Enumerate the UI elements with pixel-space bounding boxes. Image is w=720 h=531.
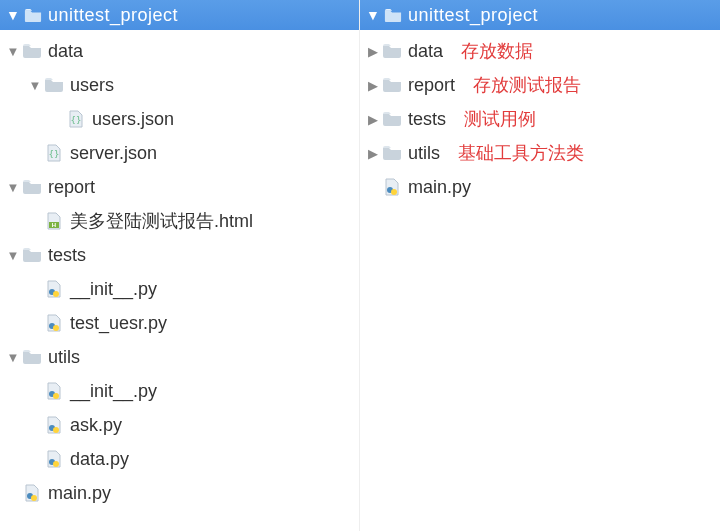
item-label: report xyxy=(408,75,455,96)
folder-icon xyxy=(384,8,402,22)
svg-point-11 xyxy=(53,427,59,433)
item-label: data.py xyxy=(70,449,129,470)
folder-icon xyxy=(44,76,64,94)
item-annotation: 存放测试报告 xyxy=(473,73,581,97)
folder-icon xyxy=(382,76,402,94)
left-panel: ▼ unittest_project ▼data▼users{}users.js… xyxy=(0,0,360,531)
python-icon xyxy=(44,280,64,298)
tree-item[interactable]: H美多登陆测试报告.html xyxy=(0,204,359,238)
tree-item[interactable]: ▼utils xyxy=(0,340,359,374)
expand-arrow-icon: ▼ xyxy=(4,7,22,23)
right-panel: ▼ unittest_project ▶data存放数据▶report存放测试报… xyxy=(360,0,720,531)
item-label: 美多登陆测试报告.html xyxy=(70,209,253,233)
folder-icon xyxy=(382,144,402,162)
svg-text:H: H xyxy=(52,222,56,228)
chevron-down-icon[interactable]: ▼ xyxy=(4,44,22,59)
python-icon xyxy=(44,416,64,434)
tree-item[interactable]: ▶tests测试用例 xyxy=(360,102,720,136)
item-annotation: 基础工具方法类 xyxy=(458,141,584,165)
tree-item[interactable]: __init__.py xyxy=(0,272,359,306)
tree-item[interactable]: ▼data xyxy=(0,34,359,68)
tree-item[interactable]: main.py xyxy=(0,476,359,510)
tree-item[interactable]: ▶data存放数据 xyxy=(360,34,720,68)
folder-icon xyxy=(22,42,42,60)
html-icon: H xyxy=(44,212,64,230)
tree-item[interactable]: ▶utils基础工具方法类 xyxy=(360,136,720,170)
item-annotation: 测试用例 xyxy=(464,107,536,131)
svg-text:{}: {} xyxy=(49,149,60,159)
item-label: report xyxy=(48,177,95,198)
svg-point-13 xyxy=(53,461,59,467)
folder-icon xyxy=(382,42,402,60)
project-title: unittest_project xyxy=(48,5,178,26)
svg-point-15 xyxy=(31,495,37,501)
python-icon xyxy=(44,314,64,332)
chevron-down-icon[interactable]: ▼ xyxy=(4,180,22,195)
tree-item[interactable]: main.py xyxy=(360,170,720,204)
tree-item[interactable]: data.py xyxy=(0,442,359,476)
left-header[interactable]: ▼ unittest_project xyxy=(0,0,359,30)
item-label: __init__.py xyxy=(70,381,157,402)
folder-icon xyxy=(22,246,42,264)
right-header[interactable]: ▼ unittest_project xyxy=(360,0,720,30)
tree-item[interactable]: {}users.json xyxy=(0,102,359,136)
item-label: utils xyxy=(408,143,440,164)
chevron-down-icon[interactable]: ▼ xyxy=(4,350,22,365)
json-icon: {} xyxy=(66,110,86,128)
svg-point-7 xyxy=(53,325,59,331)
tree-item[interactable]: test_uesr.py xyxy=(0,306,359,340)
item-label: users xyxy=(70,75,114,96)
tree-item[interactable]: ask.py xyxy=(0,408,359,442)
folder-icon xyxy=(22,178,42,196)
folder-icon xyxy=(22,348,42,366)
tree-item[interactable]: ▼users xyxy=(0,68,359,102)
left-tree: ▼data▼users{}users.json{}server.json▼rep… xyxy=(0,30,359,514)
svg-text:{}: {} xyxy=(71,115,82,125)
item-label: server.json xyxy=(70,143,157,164)
chevron-down-icon[interactable]: ▼ xyxy=(26,78,44,93)
chevron-right-icon[interactable]: ▶ xyxy=(364,112,382,127)
tree-item[interactable]: __init__.py xyxy=(0,374,359,408)
python-icon xyxy=(44,382,64,400)
folder-icon xyxy=(382,110,402,128)
tree-item[interactable]: {}server.json xyxy=(0,136,359,170)
chevron-right-icon[interactable]: ▶ xyxy=(364,44,382,59)
tree-item[interactable]: ▼tests xyxy=(0,238,359,272)
chevron-right-icon[interactable]: ▶ xyxy=(364,146,382,161)
project-title: unittest_project xyxy=(408,5,538,26)
python-icon xyxy=(44,450,64,468)
folder-icon xyxy=(24,8,42,22)
item-label: main.py xyxy=(408,177,471,198)
item-label: main.py xyxy=(48,483,111,504)
chevron-down-icon[interactable]: ▼ xyxy=(4,248,22,263)
item-label: ask.py xyxy=(70,415,122,436)
svg-point-9 xyxy=(53,393,59,399)
item-label: tests xyxy=(48,245,86,266)
item-label: users.json xyxy=(92,109,174,130)
tree-item[interactable]: ▶report存放测试报告 xyxy=(360,68,720,102)
item-label: data xyxy=(408,41,443,62)
item-label: test_uesr.py xyxy=(70,313,167,334)
svg-point-17 xyxy=(391,189,397,195)
item-annotation: 存放数据 xyxy=(461,39,533,63)
tree-item[interactable]: ▼report xyxy=(0,170,359,204)
expand-arrow-icon: ▼ xyxy=(364,7,382,23)
python-icon xyxy=(382,178,402,196)
python-icon xyxy=(22,484,42,502)
chevron-right-icon[interactable]: ▶ xyxy=(364,78,382,93)
json-icon: {} xyxy=(44,144,64,162)
item-label: utils xyxy=(48,347,80,368)
item-label: data xyxy=(48,41,83,62)
right-tree: ▶data存放数据▶report存放测试报告▶tests测试用例▶utils基础… xyxy=(360,30,720,208)
svg-point-5 xyxy=(53,291,59,297)
item-label: tests xyxy=(408,109,446,130)
item-label: __init__.py xyxy=(70,279,157,300)
